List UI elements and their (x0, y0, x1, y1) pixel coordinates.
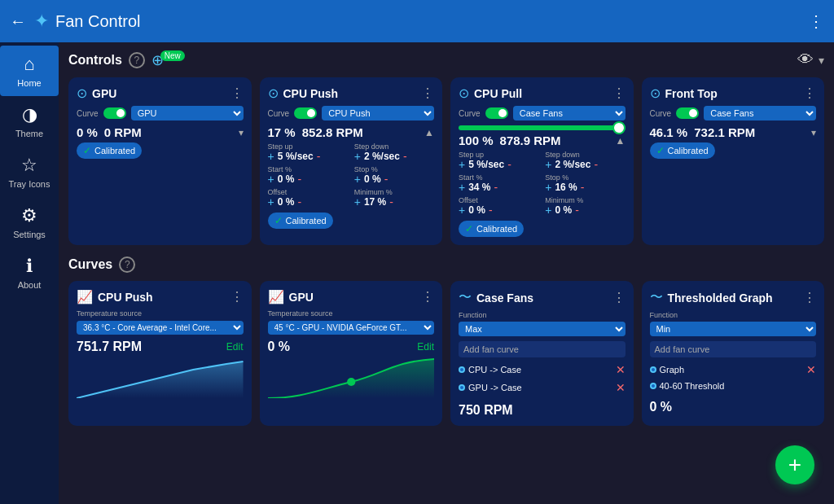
start-pct-add[interactable]: + (459, 182, 465, 193)
sidebar-item-settings[interactable]: ⚙ Settings (0, 197, 59, 248)
func-select[interactable]: Min (650, 322, 817, 336)
offset-remove[interactable]: - (489, 204, 493, 216)
sidebar-item-about[interactable]: ℹ About (0, 248, 59, 298)
new-badge-button[interactable]: ⊕ New (151, 51, 185, 69)
step-down-add[interactable]: + (354, 151, 361, 162)
stats-row: 100 % 878.9 RPM ▲ (459, 134, 626, 147)
curve-select[interactable]: Case Fans (513, 106, 626, 121)
temp-source-label: Temperature source (268, 309, 435, 318)
add-fan-curve-button[interactable]: Add fan curve (650, 341, 817, 357)
min-pct-value: 17 % (364, 196, 386, 208)
calibrated-badge: ✓ Calibrated (650, 142, 715, 159)
sidebar-item-label: About (18, 280, 42, 290)
card-menu-button[interactable]: ⋮ (421, 289, 434, 305)
offset-row: Offset + 0 % - (268, 188, 348, 208)
back-button[interactable]: ← (10, 12, 26, 31)
fan-curve-remove-button[interactable]: ✕ (616, 381, 626, 394)
temp-source-select[interactable]: 45 °C - GPU - NVIDIA GeForce GT... (268, 321, 435, 335)
add-fan-curve-button[interactable]: Add fan curve (459, 341, 626, 357)
control-card-cpu-pull: ⊙ CPU Pull ⋮ Curve Case Fans (450, 77, 634, 245)
edit-button[interactable]: Edit (226, 341, 244, 353)
curve-row: Curve Case Fans (459, 106, 626, 121)
curves-help-button[interactable]: ? (119, 256, 135, 273)
app-title: Fan Control (55, 12, 808, 31)
more-button[interactable]: ⋮ (808, 11, 824, 31)
curve-toggle[interactable] (294, 107, 317, 119)
stop-pct-add[interactable]: + (354, 173, 361, 185)
card-menu-button[interactable]: ⋮ (803, 290, 816, 305)
stop-pct-remove[interactable]: - (581, 182, 585, 193)
temp-source-select[interactable]: 36.3 °C - Core Average - Intel Core... (77, 321, 244, 335)
curve-toggle[interactable] (676, 107, 699, 119)
min-pct-add[interactable]: + (354, 196, 361, 208)
fan-curve-remove-button[interactable]: ✕ (806, 363, 816, 376)
card-menu-button[interactable]: ⋮ (612, 85, 626, 101)
step-down-remove[interactable]: - (594, 159, 598, 170)
content-wrap: Controls ? ⊕ New 👁 ▾ ⊙ GPU ⋮ (59, 42, 834, 504)
start-pct-remove[interactable]: - (494, 182, 498, 193)
offset-remove[interactable]: - (297, 196, 301, 208)
min-pct-add[interactable]: + (545, 204, 551, 216)
stop-pct-add[interactable]: + (545, 182, 551, 193)
fan-curve-name: CPU -> Case (468, 365, 612, 375)
card-menu-button[interactable]: ⋮ (421, 85, 434, 101)
expand-chevron[interactable]: ▾ (811, 127, 816, 138)
offset-add[interactable]: + (459, 204, 465, 216)
controls-help-button[interactable]: ? (129, 52, 145, 68)
fan-curve-item: GPU -> Case ✕ (459, 379, 626, 397)
expand-chevron[interactable]: ▾ (239, 127, 244, 138)
card-menu-button[interactable]: ⋮ (612, 290, 626, 305)
start-pct-add[interactable]: + (268, 173, 274, 185)
start-pct-remove[interactable]: - (297, 173, 301, 185)
curve-select[interactable]: GPU (131, 106, 244, 121)
fan-curve-remove-button[interactable]: ✕ (616, 363, 626, 376)
visibility-chevron[interactable]: ▾ (819, 54, 824, 67)
curve-toggle[interactable] (103, 107, 126, 119)
card-header: ⊙ Front Top ⋮ (650, 85, 817, 101)
fan-curve-dot (459, 384, 465, 391)
cpu-pull-slider[interactable] (459, 125, 626, 130)
step-up-add[interactable]: + (268, 151, 274, 162)
stop-pct-remove[interactable]: - (384, 173, 388, 185)
curves-header: Curves ? (68, 256, 824, 273)
sidebar-item-tray[interactable]: ☆ Tray Icons (0, 147, 59, 197)
controls-grid: ⊙ GPU ⋮ Curve GPU 0 % 0 RPM ▾ (68, 77, 824, 245)
fan-curve-item: CPU -> Case ✕ (459, 361, 626, 379)
stop-pct-value: 16 % (555, 182, 577, 193)
slider-thumb (612, 121, 626, 134)
curve-select[interactable]: Case Fans (704, 106, 816, 121)
settings-icon: ⚙ (21, 205, 37, 226)
step-up-remove[interactable]: - (507, 159, 511, 170)
card-header: ⊙ CPU Push ⋮ (268, 85, 435, 101)
sidebar-item-label: Settings (13, 230, 46, 239)
step-down-remove[interactable]: - (403, 151, 407, 162)
sidebar-item-theme[interactable]: ◑ Theme (0, 96, 59, 147)
min-pct-remove[interactable]: - (389, 196, 393, 208)
collapse-chevron[interactable]: ▲ (616, 135, 626, 147)
card-menu-button[interactable]: ⋮ (230, 289, 244, 305)
min-pct-remove[interactable]: - (575, 204, 579, 216)
card-header: 📈 GPU ⋮ (268, 289, 435, 305)
visibility-icon[interactable]: 👁 (797, 50, 814, 69)
sidebar-item-home[interactable]: ⌂ Home (0, 46, 59, 96)
stop-pct-ctrl: + 0 % - (354, 173, 434, 185)
card-menu-button[interactable]: ⋮ (803, 85, 816, 101)
step-down-value: 2 %/sec (364, 151, 400, 162)
add-fab-button[interactable]: + (775, 445, 814, 484)
edit-button[interactable]: Edit (417, 341, 434, 353)
tray-icon: ☆ (21, 155, 37, 176)
step-up-add[interactable]: + (459, 159, 465, 170)
card-menu-button[interactable]: ⋮ (230, 85, 244, 101)
curve-label: Curve (268, 109, 290, 118)
content-area: Controls ? ⊕ New 👁 ▾ ⊙ GPU ⋮ (59, 42, 834, 434)
rpm-edit-row: 751.7 RPM Edit (77, 340, 244, 354)
collapse-chevron[interactable]: ▲ (424, 127, 434, 138)
step-up-remove[interactable]: - (317, 151, 321, 162)
step-down-add[interactable]: + (545, 159, 551, 170)
percent-value: 0 % (77, 125, 98, 139)
card-header: ⊙ CPU Pull ⋮ (459, 85, 626, 101)
func-select[interactable]: Max (459, 322, 626, 336)
curve-toggle[interactable] (485, 107, 508, 119)
curve-select[interactable]: CPU Push (322, 106, 434, 121)
offset-add[interactable]: + (268, 196, 274, 208)
